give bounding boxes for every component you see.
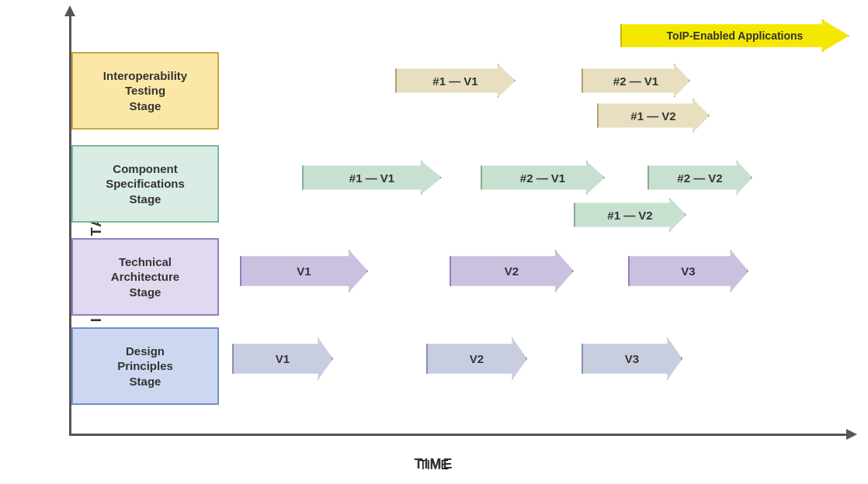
x-axis-label-text: TIME — [415, 456, 454, 472]
comp-arrow-1v1: #1 — V1 — [302, 161, 442, 195]
tech-arrow-v3: V3 — [628, 250, 748, 292]
x-axis — [69, 434, 849, 436]
stage-design-box: DesignPrinciplesStage — [71, 327, 219, 405]
design-arrow-v2: V2 — [426, 337, 527, 380]
tech-arrow-v2: V2 — [450, 250, 574, 292]
comp-arrow-1v2: #1 — V2 — [574, 198, 686, 232]
stage-interop-box: InteroperabilityTestingStage — [71, 52, 219, 130]
chart-area: InteroperabilityTestingStage ComponentSp… — [69, 13, 849, 436]
comp-arrow-2v2: #2 — V2 — [648, 161, 752, 195]
stage-component-box: ComponentSpecificationsStage — [71, 145, 219, 223]
stage-technical-box: TechnicalArchitectureStage — [71, 238, 219, 316]
tech-arrow-v1: V1 — [240, 250, 368, 292]
interop-arrow-1v2: #1 — V2 — [597, 99, 710, 133]
chart-container: IMPLEMENTABILITY InteroperabilityTesting… — [7, 5, 861, 479]
comp-arrow-2v1: #2 — V1 — [481, 161, 605, 195]
interop-arrow-1v1: #1 — V1 — [395, 64, 516, 98]
toip-arrow: ToIP-Enabled Applications — [620, 19, 849, 52]
design-arrow-v3: V3 — [582, 337, 682, 380]
design-arrow-v1: V1 — [232, 337, 333, 380]
interop-arrow-2v1: #2 — V1 — [582, 64, 690, 98]
toip-label: ToIP-Enabled Applications — [667, 29, 804, 42]
